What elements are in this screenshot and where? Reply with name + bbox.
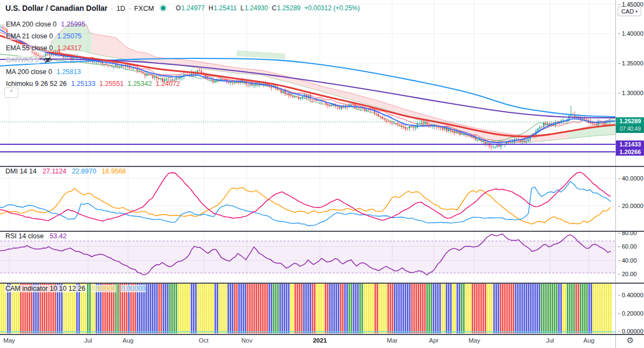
cam-value: 0.50000 — [91, 285, 116, 292]
symbol-title[interactable]: U.S. Dollar / Canadian Dollar — [5, 4, 108, 12]
interval-label[interactable]: 1D — [116, 4, 125, 12]
legend-row-value: 1.25342 — [128, 80, 152, 88]
ohlc-item-label: L — [240, 4, 244, 12]
legend-row-darvas-5[interactable]: DARVAS 5 — [5, 54, 180, 66]
ohlc-item-value: 1.25411 — [214, 4, 237, 12]
time-axis-label: Mar — [387, 337, 398, 344]
ohlc-item: L1.24930 — [240, 4, 268, 12]
gear-icon[interactable]: ⚙ — [616, 336, 644, 345]
currency-label: CAD — [621, 8, 634, 15]
rsi-legend[interactable]: RSI 14 close 53.42 — [4, 232, 67, 240]
legend-row-value: 1.25551 — [99, 80, 124, 88]
current-price-value: 1.25289 — [616, 117, 644, 125]
chevron-down-icon: ▾ — [635, 9, 638, 14]
price-axis-label: 20.00 — [618, 271, 637, 277]
price-axis-label: 0.20000 — [618, 310, 643, 317]
dmi-value: 27.1124 — [42, 168, 67, 175]
legend-row-label: DARVAS 5 — [5, 56, 39, 64]
time-axis-label: 2021 — [313, 337, 327, 344]
level-badge: 1.21433 — [616, 140, 644, 148]
legend-collapse-button[interactable]: ^ — [4, 88, 18, 98]
ohlc-values: O1.24977H1.25411L1.24930C1.25289 — [176, 4, 300, 12]
legend-row-value: 1.25995 — [61, 21, 85, 28]
ohlc-item-value: 1.24977 — [182, 4, 205, 12]
cam-legend[interactable]: CAM indicator 10 10 12 26 0.500000.00000 — [4, 285, 146, 292]
symbol-header[interactable]: U.S. Dollar / Canadian Dollar · 1D · FXC… — [5, 4, 360, 12]
legend-row-value: 1.25133 — [71, 80, 96, 88]
indicator-legend: EMA 200 close 01.25995EMA 21 close 01.25… — [5, 18, 180, 90]
panel-separator[interactable] — [0, 334, 644, 335]
time-axis-label: Aug — [583, 337, 594, 344]
time-axis-label: Jul — [84, 337, 92, 344]
currency-toggle-button[interactable]: CAD ▾ — [618, 6, 641, 16]
legend-row-ema-200-close-0[interactable]: EMA 200 close 01.25995 — [5, 18, 180, 30]
current-price-badge: 1.25289 07:40:49 — [616, 117, 644, 133]
panel-separator[interactable] — [0, 283, 644, 284]
cam-label: CAM indicator 10 10 12 26 — [4, 285, 86, 292]
rsi-label: RSI 14 close — [4, 232, 45, 240]
time-axis-label: May — [468, 337, 480, 344]
separator: · — [129, 4, 131, 12]
market-status-icon[interactable] — [161, 6, 165, 10]
legend-row-ema-21-close-0[interactable]: EMA 21 close 01.25075 — [5, 30, 180, 42]
ohlc-item: C1.25289 — [272, 4, 300, 12]
eye-off-icon[interactable] — [43, 56, 52, 64]
legend-row-value: 1.24317 — [57, 44, 82, 52]
time-axis-label: Nov — [242, 337, 252, 344]
time-axis[interactable]: MayJulAugOctNov2021MarAprMayJulAug — [0, 334, 615, 348]
tradingview-chart-window: U.S. Dollar / Canadian Dollar · 1D · FXC… — [0, 0, 644, 348]
ohlc-item: O1.24977 — [176, 4, 205, 12]
time-axis-label: Jul — [546, 337, 554, 344]
dmi-value: 18.9568 — [101, 168, 126, 175]
time-axis-label: Apr — [429, 337, 439, 344]
legend-row-label: Ichimoku 9 26 52 26 — [5, 80, 68, 88]
ohlc-item: H1.25411 — [209, 4, 237, 12]
legend-row-value: 1.25075 — [57, 32, 82, 40]
time-axis-label: Aug — [123, 337, 133, 344]
price-axis[interactable]: CAD ▾ 1.450001.400001.350001.3000040.000… — [615, 0, 644, 348]
legend-row-ma-200-close-0[interactable]: MA 200 close 01.25813 — [5, 66, 180, 78]
legend-row-label: EMA 55 close 0 — [5, 44, 53, 52]
exchange-label: FXCM — [134, 4, 154, 12]
legend-row-ema-55-close-0[interactable]: EMA 55 close 01.24317 — [5, 42, 180, 54]
dmi-values: 27.112422.897018.9568 — [42, 168, 127, 175]
price-axis-label: 0.40000 — [618, 292, 643, 298]
price-axis-label: 1.35000 — [618, 60, 643, 66]
ohlc-item-label: H — [209, 4, 213, 12]
cam-value: 0.00000 — [120, 285, 146, 292]
ohlc-item-label: C — [272, 4, 277, 12]
rsi-value: 53.42 — [49, 232, 67, 240]
legend-row-label: EMA 21 close 0 — [5, 32, 53, 40]
level-badge: 1.20266 — [616, 148, 644, 156]
legend-row-label: MA 200 close 0 — [5, 68, 52, 76]
price-axis-label: 20.0000 — [618, 203, 643, 209]
dmi-value: 22.8970 — [71, 168, 97, 175]
time-axis-label: Oct — [199, 337, 209, 344]
legend-row-label: EMA 200 close 0 — [5, 21, 57, 28]
panel-separator[interactable] — [0, 166, 644, 167]
price-axis-label: 40.00 — [618, 257, 637, 264]
price-axis-label: 1.45000 — [618, 1, 643, 8]
legend-row-value: 1.24072 — [156, 80, 180, 88]
ohlc-item-label: O — [176, 4, 180, 12]
price-axis-label: 1.30000 — [618, 90, 643, 96]
time-axis-label: May — [3, 337, 15, 344]
dmi-label: DMI 14 14 — [4, 168, 38, 175]
price-axis-label: 40.0000 — [618, 175, 643, 182]
panel-separator[interactable] — [0, 231, 644, 232]
dmi-legend[interactable]: DMI 14 14 27.112422.897018.9568 — [4, 168, 126, 175]
bar-countdown: 07:40:49 — [616, 125, 644, 133]
legend-row-value: 1.25813 — [56, 68, 81, 76]
separator: · — [111, 4, 113, 12]
legend-row-ichimoku-9-26-52-26[interactable]: Ichimoku 9 26 52 261.251331.255511.25342… — [5, 78, 180, 90]
price-axis-label: 1.40000 — [618, 30, 643, 37]
ohlc-item-value: 1.25289 — [277, 4, 300, 12]
change-value: +0.00312 (+0.25%) — [304, 4, 360, 12]
price-axis-label: 60.00 — [618, 243, 637, 250]
ohlc-item-value: 1.24930 — [245, 4, 268, 12]
cam-values: 0.500000.00000 — [91, 285, 146, 292]
